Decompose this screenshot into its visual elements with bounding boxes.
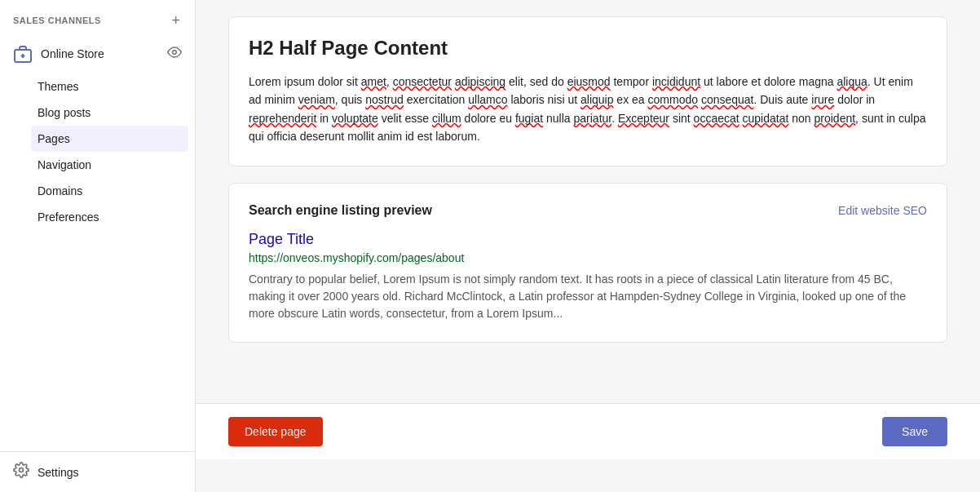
content-area: H2 Half Page Content Lorem ipsum dolor s… (196, 0, 980, 403)
sidebar-header-title: SALES CHANNELS (13, 16, 101, 25)
sidebar: SALES CHANNELS + Online Store Themes Blo… (0, 0, 196, 492)
sidebar-item-navigation[interactable]: Navigation (0, 152, 195, 178)
content-card: H2 Half Page Content Lorem ipsum dolor s… (228, 16, 947, 166)
store-icon (13, 44, 33, 64)
settings-label: Settings (38, 466, 79, 479)
eye-icon[interactable] (167, 45, 182, 63)
content-text: H2 Half Page Content Lorem ipsum dolor s… (249, 37, 927, 146)
sidebar-item-preferences[interactable]: Preferences (0, 204, 195, 230)
settings-icon (13, 462, 29, 482)
main-content: H2 Half Page Content Lorem ipsum dolor s… (196, 0, 980, 492)
seo-page-title[interactable]: Page Title (249, 231, 927, 248)
add-sales-channel-button[interactable]: + (170, 11, 182, 29)
settings-item[interactable]: Settings (0, 451, 195, 492)
edit-website-seo-link[interactable]: Edit website SEO (838, 204, 927, 217)
content-body: Lorem ipsum dolor sit amet, consectetur … (249, 73, 927, 146)
sidebar-header: SALES CHANNELS + (0, 0, 195, 38)
save-button[interactable]: Save (882, 417, 947, 446)
svg-point-3 (173, 51, 177, 55)
seo-card-header: Search engine listing preview Edit websi… (249, 203, 927, 218)
action-bar: Delete page Save (196, 403, 980, 459)
seo-url: https://onveos.myshopify.com/pages/about (249, 251, 927, 264)
store-name: Online Store (41, 47, 159, 60)
sidebar-item-blog-posts[interactable]: Blog posts (0, 100, 195, 126)
content-heading: H2 Half Page Content (249, 37, 927, 60)
sidebar-item-domains[interactable]: Domains (0, 178, 195, 204)
sidebar-item-themes[interactable]: Themes (0, 73, 195, 100)
sidebar-nav: Themes Blog posts Pages Navigation Domai… (0, 70, 195, 233)
sidebar-item-pages[interactable]: Pages (31, 126, 188, 152)
svg-point-4 (20, 468, 24, 472)
seo-card: Search engine listing preview Edit websi… (228, 183, 947, 343)
delete-page-button[interactable]: Delete page (228, 417, 323, 446)
seo-card-title: Search engine listing preview (249, 203, 432, 218)
online-store-item[interactable]: Online Store (0, 38, 195, 70)
seo-description: Contrary to popular belief, Lorem Ipsum … (249, 271, 927, 322)
